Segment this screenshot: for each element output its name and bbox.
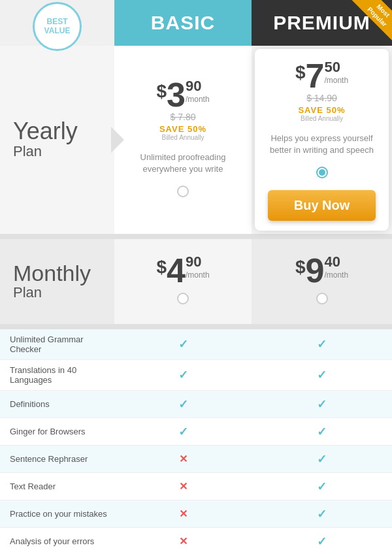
premium-monthly-price: $ 9 40 /month [295,253,348,287]
cross-icon: ✕ [179,535,188,547]
monthly-basic-column: $ 4 90 /month [114,239,252,324]
premium-monthly-dollar: $ [295,257,306,278]
feature-name: Translations in 40 Languages [0,360,114,390]
check-icon: ✓ [317,534,327,549]
feature-basic-cell: ✓ [114,332,252,357]
best-value-line1: BEST [46,17,67,26]
check-icon: ✓ [178,337,188,351]
premium-monthly-per-month: /month [324,270,348,280]
check-icon: ✓ [317,480,327,494]
basic-yearly-number: 3 [167,78,186,112]
basic-yearly-price: $ 3 90 /month [156,78,209,112]
basic-monthly-number: 4 [167,253,186,287]
feature-premium-cell: ✓ [252,447,392,472]
feature-basic-cell: ✕ [114,448,252,470]
premium-monthly-cents-month: 40 /month [324,253,348,283]
yearly-label: Yearly Plan [0,46,114,234]
monthly-premium-column: $ 9 40 /month [252,239,392,324]
basic-yearly-radio[interactable] [177,186,189,197]
basic-monthly-per-month: /month [186,270,210,280]
premium-monthly-radio[interactable] [316,293,328,304]
yearly-title: Yearly [13,120,78,143]
feature-premium-cell: ✓ [252,474,392,499]
feature-name: Practice on your mistakes [0,504,114,524]
basic-yearly-save: SAVE 50% [159,124,206,134]
basic-yearly-billed: Billed Annually [161,134,204,141]
divider-2 [0,324,392,329]
premium-yearly-radio[interactable] [316,167,328,178]
monthly-section: Monthly Plan $ 4 90 /month $ 9 40 / [0,239,392,324]
premium-yearly-desc: Helps you express yourselfbetter in writ… [270,133,374,156]
most-popular-text: MostPopular [352,0,392,42]
basic-yearly-per-month: /month [186,95,210,104]
yearly-premium-column: $ 7 50 /month $ 14.90 SAVE 50% Billed An… [255,49,389,231]
pricing-container: BEST VALUE BASIC PREMIUM MostPopular Yea… [0,0,392,554]
feature-name: Sentence Rephraser [0,449,114,469]
premium-yearly-per-month: /month [324,76,348,85]
premium-yearly-billed: Billed Annually [301,115,343,122]
premium-yearly-old-price: $ 14.90 [306,93,337,103]
check-icon: ✓ [317,337,327,351]
feature-name: Analysis of your errors [0,531,114,551]
feature-row: Text Reader✕✓ [0,473,392,500]
monthly-label: Monthly Plan [0,239,114,324]
check-icon: ✓ [317,507,327,521]
yearly-arrow [111,127,124,153]
check-icon: ✓ [178,397,188,412]
premium-yearly-cents-month: 50 /month [324,59,348,88]
feature-basic-cell: ✕ [114,502,252,525]
feature-basic-cell: ✓ [114,419,252,444]
basic-yearly-dollar: $ [156,81,167,102]
best-value-badge: BEST VALUE [33,2,82,51]
header-left: BEST VALUE [0,0,114,46]
check-icon: ✓ [178,368,188,382]
buy-now-button[interactable]: Buy Now [268,190,376,221]
feature-premium-cell: ✓ [252,363,392,387]
feature-row: Sentence Rephraser✕✓ [0,446,392,473]
basic-monthly-price: $ 4 90 /month [156,253,209,287]
yearly-section: Yearly Plan $ 3 90 /month $ 7.80 SAVE 50… [0,46,392,234]
feature-name: Ginger for Browsers [0,421,114,442]
yearly-sublabel: Plan [13,143,42,160]
basic-monthly-cents: 90 [186,253,201,270]
features-table: Unlimited Grammar Checker✓✓Translations … [0,329,392,554]
basic-monthly-dollar: $ [156,257,167,278]
premium-yearly-cents: 50 [324,59,340,76]
premium-yearly-price: $ 7 50 /month [295,59,348,93]
feature-row: Analysis of your errors✕✓ [0,528,392,554]
monthly-sublabel: Plan [13,284,42,301]
feature-name: Definitions [0,394,114,414]
check-icon: ✓ [317,452,327,466]
premium-yearly-save: SAVE 50% [298,105,345,115]
check-icon: ✓ [317,368,327,382]
header-row: BEST VALUE BASIC PREMIUM MostPopular [0,0,392,46]
cross-icon: ✕ [179,480,188,493]
feature-premium-cell: ✓ [252,332,392,357]
divider-1 [0,234,392,239]
basic-yearly-old-price: $ 7.80 [171,112,196,122]
feature-name: Text Reader [0,476,114,497]
cross-icon: ✕ [179,508,188,520]
check-icon: ✓ [317,425,327,439]
basic-yearly-desc: Unlimited proofreadingeverywhere you wri… [140,152,226,175]
basic-label: BASIC [151,12,215,34]
feature-premium-cell: ✓ [252,392,392,417]
header-basic: BASIC [114,0,252,46]
feature-row: Unlimited Grammar Checker✓✓ [0,329,392,360]
feature-row: Translations in 40 Languages✓✓ [0,360,392,391]
header-premium: PREMIUM MostPopular [252,0,392,46]
feature-row: Practice on your mistakes✕✓ [0,500,392,528]
premium-monthly-cents: 40 [324,253,340,270]
basic-yearly-cents-month: 90 /month [186,78,210,107]
feature-premium-cell: ✓ [252,419,392,444]
basic-monthly-cents-month: 90 /month [186,253,210,283]
premium-yearly-number: 7 [305,59,324,93]
best-value-line2: VALUE [44,26,71,35]
premium-yearly-radio-dot [319,169,325,176]
feature-premium-cell: ✓ [252,502,392,527]
feature-row: Definitions✓✓ [0,391,392,418]
feature-name: Unlimited Grammar Checker [0,329,114,359]
yearly-basic-column: $ 3 90 /month $ 7.80 SAVE 50% Billed Ann… [114,46,252,234]
basic-monthly-radio[interactable] [177,293,189,304]
feature-basic-cell: ✓ [114,363,252,387]
